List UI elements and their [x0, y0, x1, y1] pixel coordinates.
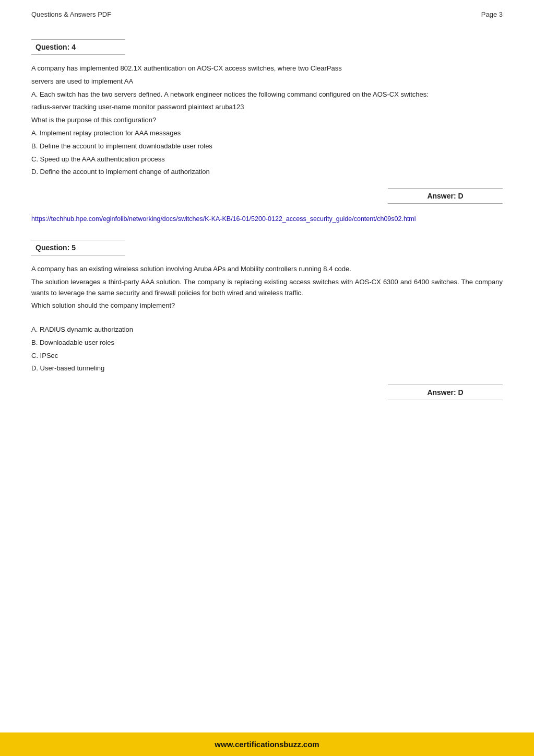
q4-option-d: D. Define the account to implement chang…	[31, 167, 503, 178]
q5-line-1: A company has an existing wireless solut…	[31, 264, 503, 275]
q5-line-2: The solution leverages a third-party AAA…	[31, 277, 503, 299]
question-5-header: Question: 5	[31, 240, 125, 255]
q4-option-a: A. Implement replay protection for AAA m…	[31, 128, 503, 139]
q5-option-d: D. User-based tunneling	[31, 363, 503, 374]
question-5-title: Question: 5	[35, 243, 76, 252]
q4-line-5: What is the purpose of this configuratio…	[31, 115, 503, 126]
footer-url: www.certificationsbuzz.com	[215, 740, 319, 749]
q5-option-b: B. Downloadable user roles	[31, 338, 503, 348]
header-right: Page 3	[481, 10, 503, 18]
q4-option-c: C. Speed up the AAA authentication proce…	[31, 154, 503, 165]
question-4-block: Question: 4 A company has implemented 80…	[31, 39, 503, 224]
q4-line-2: servers are used to implement AA	[31, 76, 503, 87]
q4-line-3: A. Each switch has the two servers defin…	[31, 89, 503, 100]
question-5-answer-box: Answer: D	[31, 385, 503, 400]
q5-option-c: C. IPSec	[31, 351, 503, 362]
q5-option-a: A. RADIUS dynamic authorization	[31, 324, 503, 335]
page-header: Questions & Answers PDF Page 3	[31, 10, 503, 24]
q5-line-3: Which solution should the company implem…	[31, 300, 503, 311]
question-5-body: A company has an existing wireless solut…	[31, 264, 503, 374]
question-4-title: Question: 4	[35, 43, 76, 51]
question-4-body: A company has implemented 802.1X authent…	[31, 63, 503, 178]
page-container: Questions & Answers PDF Page 3 Question:…	[0, 0, 534, 756]
question-4-reference[interactable]: https://techhub.hpe.com/eginfolib/networ…	[31, 214, 503, 224]
question-4-answer-box: Answer: D	[31, 188, 503, 204]
page-footer: www.certificationsbuzz.com	[0, 732, 534, 756]
q4-line-1: A company has implemented 802.1X authent…	[31, 63, 503, 74]
question-4-header: Question: 4	[31, 39, 125, 55]
q4-line-4: radius-server tracking user-name monitor…	[31, 102, 503, 113]
header-left: Questions & Answers PDF	[31, 10, 111, 18]
q4-option-b: B. Define the account to implement downl…	[31, 141, 503, 152]
question-5-block: Question: 5 A company has an existing wi…	[31, 240, 503, 400]
question-5-answer: Answer: D	[388, 385, 503, 400]
question-4-answer: Answer: D	[388, 188, 503, 204]
